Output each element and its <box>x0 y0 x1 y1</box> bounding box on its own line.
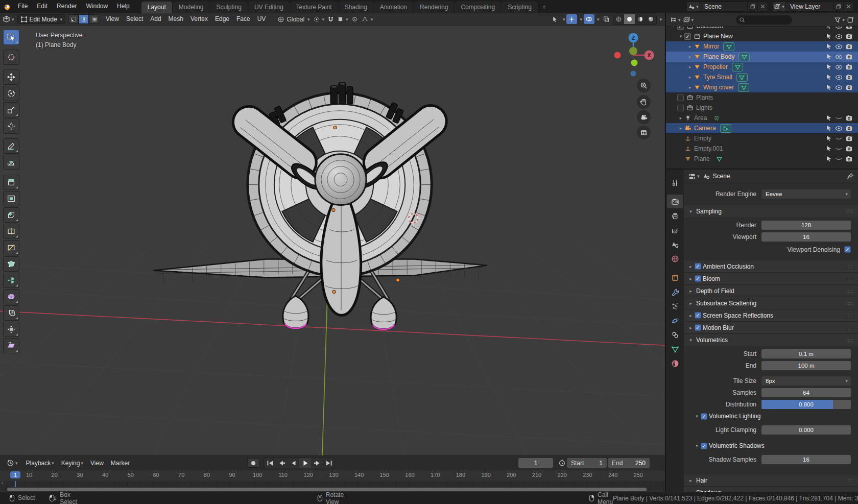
breadcrumb-label[interactable]: Scene <box>713 173 730 180</box>
hide-eye-open-icon[interactable] <box>835 73 843 81</box>
tool-scale[interactable] <box>3 102 19 117</box>
properties-editor-type-button[interactable]: ▾ <box>688 172 700 180</box>
add-workspace-button[interactable]: + <box>538 2 550 13</box>
shading-solid-button[interactable] <box>624 14 635 24</box>
outliner-row-lights[interactable]: Lights <box>666 103 858 113</box>
panel-expanded-icon[interactable]: ▾ <box>687 338 695 343</box>
selectable-toggle-icon[interactable] <box>825 63 832 71</box>
outliner-row-propeller[interactable]: ▸Propeller <box>666 62 858 72</box>
panel-volumetrics[interactable]: ▾Volumetrics:::: <box>684 333 858 346</box>
outliner-item-label[interactable]: Lights <box>696 104 712 111</box>
selectable-toggle-icon[interactable] <box>825 53 832 61</box>
tool-move[interactable] <box>3 69 19 85</box>
outliner-item-label[interactable]: Collection <box>696 27 723 30</box>
display-mode-icon[interactable]: ▾ <box>670 16 681 23</box>
panel-drag-grip[interactable]: :::: <box>846 289 853 294</box>
panel-expanded-icon[interactable]: ▾ <box>693 443 701 448</box>
outliner-item-label[interactable]: Mirror <box>703 43 719 50</box>
frame-start-field[interactable]: Start1 <box>567 458 607 468</box>
samples-field[interactable]: 64 <box>761 388 851 397</box>
render-visibility-icon[interactable] <box>845 27 853 30</box>
outliner-row-wing-cover[interactable]: ▸Wing cover <box>666 82 858 92</box>
outliner-row-plane-new[interactable]: ▾✓Plane New <box>666 31 858 41</box>
main-menu-edit[interactable]: Edit <box>32 3 52 10</box>
show-object-types-dropdown[interactable] <box>550 14 560 24</box>
editor-type-button[interactable]: ▾ <box>2 15 14 23</box>
tile-size-dropdown[interactable]: 8px▾ <box>761 376 851 386</box>
viewport-menu-add[interactable]: Add <box>147 13 164 25</box>
viewport-3d[interactable]: User Perspective (1) Plane Body Z X <box>0 26 665 455</box>
main-menu-help[interactable]: Help <box>112 3 134 10</box>
panel-subsurface-scattering[interactable]: ▸Subsurface Scattering:::: <box>684 297 858 309</box>
render-visibility-icon[interactable] <box>845 134 853 142</box>
tool-bevel[interactable] <box>3 207 19 223</box>
tool-smooth[interactable] <box>3 289 19 304</box>
hide-eye-closed-icon[interactable] <box>835 145 843 152</box>
viewport-menu-face[interactable]: Face <box>233 13 254 25</box>
render-visibility-icon[interactable] <box>845 114 853 122</box>
tool-poly-build[interactable] <box>3 256 19 272</box>
expand-arrow-icon[interactable]: ▾ <box>670 27 677 29</box>
outliner-row-mirror[interactable]: ▸Mirror <box>666 41 858 52</box>
expand-arrow-icon[interactable]: ▾ <box>677 34 684 39</box>
tool-select-box[interactable] <box>3 30 19 45</box>
timeline-ruler[interactable]: 1 10203040506070809010011012013014015016… <box>0 470 665 481</box>
filter-collection-icon[interactable]: ▾ <box>683 16 694 23</box>
panel-sampling[interactable]: ▾Sampling:::: <box>684 205 858 217</box>
tool-cursor[interactable] <box>3 50 19 65</box>
snap-toggle-magnet-icon[interactable] <box>327 16 334 23</box>
panel-drag-grip[interactable]: :::: <box>846 338 853 343</box>
view-layer-name[interactable]: View Layer <box>786 3 833 10</box>
timeline-editor-type-button[interactable]: ▾ <box>3 459 21 467</box>
camera-view-icon[interactable] <box>637 110 651 124</box>
timeline-expand-icon[interactable]: › <box>2 480 3 486</box>
workspace-tab-shading[interactable]: Shading <box>339 2 373 13</box>
workspace-tab-texture-paint[interactable]: Texture Paint <box>290 2 338 13</box>
ambient-occlusion-checkbox[interactable]: ✓ <box>695 263 701 270</box>
workspace-tab-scripting[interactable]: Scripting <box>502 2 538 13</box>
hide-eye-open-icon[interactable] <box>835 124 843 132</box>
render-visibility-icon[interactable] <box>845 73 853 81</box>
panel-drag-grip[interactable]: :::: <box>846 301 853 306</box>
timeline-tracks[interactable]: › <box>0 481 665 487</box>
properties-tab-view-layer[interactable] <box>667 223 683 237</box>
outliner-row-plane-body[interactable]: ▸Plane Body <box>666 52 858 62</box>
expand-arrow-icon[interactable]: ▸ <box>686 54 694 59</box>
selectable-toggle-icon[interactable] <box>825 74 832 81</box>
proportional-falloff-dropdown[interactable]: ▾ <box>361 16 373 22</box>
workspace-tab-animation[interactable]: Animation <box>374 2 413 13</box>
blender-logo-icon[interactable] <box>0 3 13 11</box>
tool-annotate[interactable] <box>3 138 19 154</box>
outliner-item-label[interactable]: Tyre Small <box>703 74 732 81</box>
jump-start-button[interactable] <box>264 458 276 468</box>
panel-bloom[interactable]: ▸✓Bloom:::: <box>684 272 858 284</box>
panel-shadows[interactable]: ▾Shadows:::: <box>684 486 858 492</box>
collection-checkbox[interactable]: ✓ <box>684 33 691 40</box>
current-frame-field[interactable]: 1 <box>518 458 553 468</box>
hide-eye-open-icon[interactable] <box>835 27 843 30</box>
zoom-icon[interactable] <box>637 79 651 92</box>
pin-icon[interactable] <box>847 173 854 180</box>
face-select-mode-button[interactable] <box>89 14 99 24</box>
outliner-row-camera[interactable]: ▸Camera <box>666 123 858 133</box>
selectable-toggle-icon[interactable] <box>825 27 832 30</box>
properties-tab-tool[interactable] <box>667 176 683 189</box>
outliner-row-plants[interactable]: Plants <box>666 92 858 103</box>
xray-toggle[interactable] <box>601 14 611 24</box>
scene-copy-icon[interactable] <box>747 2 757 12</box>
viewport-menu-vertex[interactable]: Vertex <box>187 13 211 25</box>
panel-expanded-icon[interactable]: ▾ <box>687 209 695 214</box>
panel-volumetric-lighting[interactable]: ▾✓Volumetric Lighting <box>684 411 858 422</box>
outliner-item-label[interactable]: Empty <box>694 135 711 142</box>
prev-keyframe-button[interactable] <box>276 458 288 468</box>
view-layer-icon[interactable]: ▾ <box>773 2 786 12</box>
properties-tab-object-data[interactable] <box>667 342 683 356</box>
scene-icon[interactable]: ▾ <box>687 2 700 12</box>
selectable-toggle-icon[interactable] <box>825 33 832 40</box>
panel-collapsed-icon[interactable]: ▸ <box>687 289 695 294</box>
collection-checkbox[interactable] <box>677 105 684 111</box>
hide-eye-open-icon[interactable] <box>835 53 843 60</box>
play-reverse-button[interactable] <box>288 458 299 468</box>
timeline-scrollbar[interactable] <box>7 488 647 491</box>
outliner-item-label[interactable]: Plane Body <box>703 53 734 60</box>
